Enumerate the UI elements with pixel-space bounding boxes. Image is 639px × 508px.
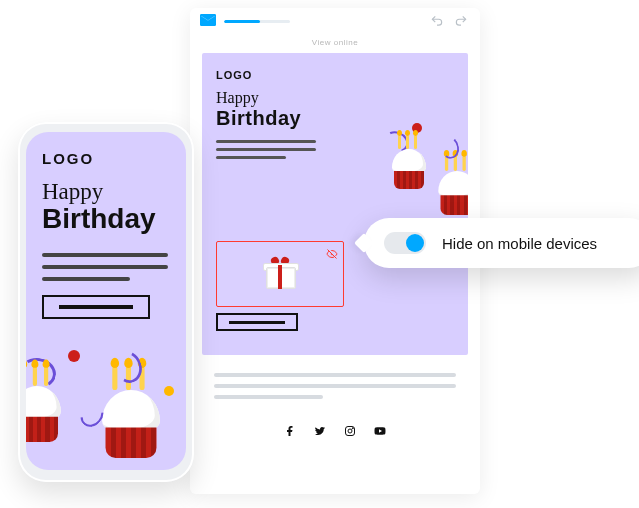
phone-cupcake-decoration (26, 340, 186, 470)
phone-heading-line-1: Happy (42, 179, 170, 205)
phone-cta-button-placeholder (42, 295, 150, 319)
twitter-icon[interactable] (314, 425, 326, 437)
phone-screen: LOGO Happy Birthday (26, 132, 186, 470)
undo-button[interactable] (428, 12, 446, 30)
envelope-icon (200, 12, 216, 30)
footer-text-placeholder (214, 373, 456, 399)
editor-toolbar (190, 8, 480, 34)
view-online-link[interactable]: View online (190, 38, 480, 47)
hide-on-mobile-toggle[interactable] (384, 232, 426, 254)
email-logo: LOGO (216, 69, 454, 81)
email-canvas[interactable]: LOGO Happy Birthday (202, 53, 468, 355)
redo-button[interactable] (452, 12, 470, 30)
phone-heading-line-2: Birthday (42, 203, 170, 235)
facebook-icon[interactable] (284, 425, 296, 437)
progress-bar (224, 20, 290, 23)
hide-on-mobile-label: Hide on mobile devices (442, 235, 597, 252)
gift-image (263, 259, 297, 289)
cta-button-placeholder[interactable] (216, 313, 298, 331)
eye-off-icon[interactable] (326, 246, 338, 264)
hide-on-mobile-popover: Hide on mobile devices (364, 218, 639, 268)
svg-point-1 (348, 429, 352, 433)
social-icons (190, 425, 480, 437)
phone-mockup: LOGO Happy Birthday (18, 122, 194, 482)
selected-block-gift[interactable] (216, 241, 344, 307)
body-text-placeholder (216, 140, 316, 159)
youtube-icon[interactable] (374, 425, 386, 437)
phone-logo: LOGO (42, 150, 170, 167)
svg-point-2 (352, 428, 353, 429)
phone-heading: Happy Birthday (42, 179, 170, 235)
heading-line-1: Happy (216, 89, 454, 107)
phone-body-text-placeholder (42, 253, 168, 281)
instagram-icon[interactable] (344, 425, 356, 437)
